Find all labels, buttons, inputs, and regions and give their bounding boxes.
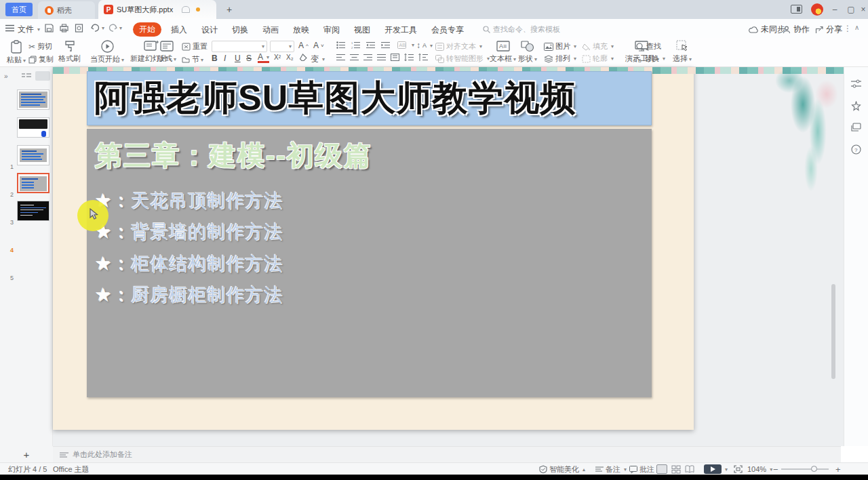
decrease-font-button[interactable]: A˅ [313,41,324,50]
slide-thumbnail-5[interactable] [17,201,50,221]
notes-bar[interactable]: 单击此处添加备注 [53,446,841,462]
format-painter-button[interactable]: 格式刷 [58,40,81,64]
help-icon[interactable]: ? [851,144,862,155]
collapse-panel-icon[interactable]: » [4,73,8,80]
collaborate-button[interactable]: 协作 [783,24,810,35]
outline-button[interactable]: 轮廓▾ [582,54,614,64]
slide-sorter-view-button[interactable] [671,463,681,475]
font-color-button[interactable]: A▾ [258,54,269,63]
play-from-current-button[interactable]: 当页开始▾ [90,40,124,64]
comments-button[interactable]: 批注 [629,463,654,475]
tab-insert[interactable]: 插入 [171,24,187,36]
tab-review[interactable]: 审阅 [323,24,340,36]
slide-title-banner[interactable]: 阿强老师SU草图大师教学视频 [87,71,652,125]
replace-button[interactable]: BA 替换▾ [633,54,665,64]
more-options-icon[interactable]: ⋮ [844,24,852,33]
tab-design[interactable]: 设计 [201,24,218,36]
notes-toggle-button[interactable]: 备注 ▾ [595,463,627,475]
docer-tab[interactable]: 稻壳 [38,1,95,19]
slide-page[interactable]: 阿强老师SU草图大师教学视频 第三章：建模--初级篇 ★：天花吊顶制作方法 ★：… [53,67,694,430]
zoom-slider[interactable] [781,463,829,475]
font-name-combobox[interactable]: ▾ [212,41,267,52]
redo-button[interactable]: ▾ [108,24,122,33]
zoom-in-button[interactable]: + [835,463,841,475]
text-effects-button[interactable]: 变▾ [311,54,325,65]
file-menu[interactable]: 文件 ▾ [18,24,40,35]
document-tab[interactable]: P SU草图大师.pptx [98,0,216,19]
collapse-ribbon-icon[interactable]: ∧ [854,24,859,31]
superscript-button[interactable]: X² [274,54,281,61]
font-size-combobox[interactable]: ▾ [270,41,294,52]
align-text-button[interactable]: 对齐文本▾ [435,41,482,52]
undo-button[interactable]: ▾ [91,24,104,33]
increase-font-button[interactable]: A^ [298,41,309,50]
slide-thumbnail-2[interactable] [17,117,50,138]
close-button[interactable]: × [853,0,868,19]
zoom-level[interactable]: 104% ▾ [747,463,772,475]
paste-button[interactable]: 粘贴▾ [7,40,26,65]
text-direction-button[interactable]: AB ▾ [397,41,414,49]
subscript-button[interactable]: X₂ [286,54,294,61]
save-icon[interactable] [45,24,54,33]
smart-beautify-button[interactable]: 智能美化 ▴ [539,463,585,475]
zoom-out-button[interactable]: − [773,463,778,475]
reading-view-button[interactable] [685,463,694,475]
italic-button[interactable]: I [224,54,226,63]
slide-thumbnail-3[interactable] [17,145,50,165]
underline-button[interactable]: U [235,54,241,63]
layout-button[interactable]: 版式▾ [157,40,176,64]
zoom-slider-handle[interactable] [811,466,817,472]
home-tab-button[interactable]: 首页 [5,3,33,16]
hamburger-menu-icon[interactable] [5,24,14,32]
play-slideshow-button[interactable]: ▾ [704,463,728,475]
tab-devtools[interactable]: 开发工具 [384,24,417,36]
indent-buttons[interactable] [366,41,391,49]
canvas-vertical-scrollbar[interactable] [831,284,835,379]
line-spacing-button[interactable]: ↕A▾ [416,41,433,50]
bold-button[interactable]: B [212,54,218,63]
find-button[interactable]: 查找 [636,41,661,52]
tab-animation[interactable]: 动画 [262,24,279,36]
text-box-button[interactable]: A≡ 文本框▾ [490,40,516,64]
outline-view-icon[interactable] [22,73,31,81]
command-search[interactable]: 查找命令、搜索模板 [483,24,560,35]
alignment-buttons[interactable] [336,54,399,61]
beautify-star-icon[interactable] [851,101,862,112]
select-button[interactable]: 选择▾ [673,40,692,64]
slide-thumbnail-1[interactable] [17,89,50,110]
tab-transition[interactable]: 切换 [232,24,248,36]
editing-canvas[interactable]: 阿强老师SU草图大师教学视频 第三章：建模--初级篇 ★：天花吊顶制作方法 ★：… [53,67,844,446]
highlight-color-button[interactable] [298,54,307,62]
reset-button[interactable]: 重置 [182,41,208,52]
print-preview-icon[interactable] [75,24,83,33]
list-level-buttons[interactable] [404,54,428,61]
print-icon[interactable] [60,24,68,33]
share-button[interactable]: 分享 [815,24,842,35]
sync-status[interactable]: 未同步 [749,24,785,35]
tab-home[interactable]: 开始 [133,22,161,37]
tab-membership[interactable]: 会员专享 [431,24,464,36]
slide-content-box[interactable]: 第三章：建模--初级篇 ★：天花吊顶制作方法 ★：背景墙的制作方法 ★：柜体结构… [87,129,652,397]
add-slide-button[interactable]: + [0,446,53,462]
strikethrough-button[interactable]: S [246,54,252,63]
slides-pane-icon[interactable] [851,123,862,134]
tab-view[interactable]: 视图 [354,24,370,36]
arrange-button[interactable]: 排列▾ [544,54,576,64]
account-avatar[interactable] [811,3,823,16]
copy-button[interactable]: 复制 [28,54,54,64]
cut-button[interactable]: ✂ 剪切 [28,41,52,52]
to-smart-graphic-button[interactable]: 转智能图形▾ [435,54,490,64]
fill-button[interactable]: 填充▾ [582,41,614,52]
normal-view-button[interactable] [656,463,667,475]
fit-to-window-button[interactable] [734,463,743,475]
tab-slideshow[interactable]: 放映 [293,24,309,36]
new-tab-button[interactable]: + [224,4,235,15]
slide-thumbnail-4-selected[interactable] [17,173,50,193]
section-button[interactable]: 节▾ [182,54,203,64]
panel-mode-toggle[interactable] [35,71,50,81]
picture-button[interactable]: 图片▾ [544,41,576,52]
task-pane-icon[interactable] [791,5,802,14]
bullet-list-buttons[interactable]: 12 [336,41,361,49]
shapes-button[interactable]: 形状▾ [518,40,537,64]
properties-sliders-icon[interactable] [851,79,862,90]
